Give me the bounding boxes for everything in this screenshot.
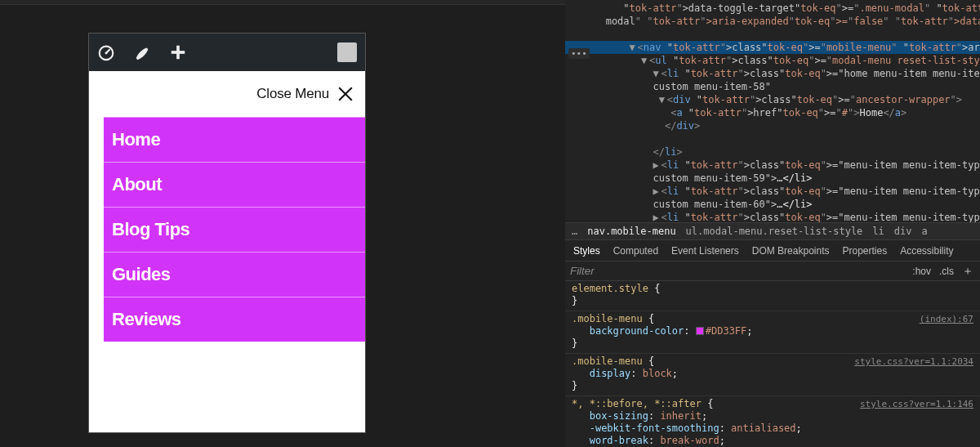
dom-node-line[interactable]: "tok-attr">data-toggle-target"tok-eq">="… bbox=[565, 2, 980, 15]
cls-toggle[interactable]: .cls bbox=[939, 266, 954, 277]
mobile-menu: Home About Blog Tips Guides Reviews bbox=[89, 117, 365, 342]
css-rule[interactable]: style.css?ver=1.1:146*, *::before, *::af… bbox=[565, 396, 980, 447]
customize-icon[interactable] bbox=[133, 43, 151, 61]
styles-panel[interactable]: element.style {}(index):67.mobile-menu {… bbox=[565, 281, 980, 447]
css-rule[interactable]: style.css?ver=1.1:2034.mobile-menu { dis… bbox=[565, 354, 980, 396]
close-menu-label: Close Menu bbox=[256, 86, 329, 102]
styles-filter-input[interactable] bbox=[570, 263, 907, 279]
preview-pane: Close Menu Home About Blog Tips Guides R… bbox=[0, 0, 565, 447]
rule-source-link[interactable]: style.css?ver=1.1:146 bbox=[860, 398, 973, 410]
dom-node-line[interactable]: custom menu-item-60">…</li> bbox=[565, 198, 980, 211]
breadcrumb-item[interactable]: … bbox=[572, 226, 577, 237]
dom-node-line[interactable]: </li> bbox=[565, 145, 980, 159]
dashboard-icon[interactable] bbox=[97, 43, 115, 61]
dom-node-line[interactable] bbox=[565, 28, 980, 41]
wp-admin-bar bbox=[89, 34, 365, 71]
preview-top-strip bbox=[0, 0, 565, 5]
hov-toggle[interactable]: :hov bbox=[912, 266, 931, 277]
dom-node-line[interactable]: ▼<nav "tok-attr">class"tok-eq">="mobile-… bbox=[565, 41, 980, 54]
dom-node-line[interactable]: ▶<li "tok-attr">class"tok-eq">="menu-ite… bbox=[565, 159, 980, 172]
tab-properties[interactable]: Properties bbox=[842, 245, 887, 257]
elements-panel[interactable]: ••• "tok-attr">data-toggle-target"tok-eq… bbox=[565, 0, 980, 222]
css-rule[interactable]: element.style {} bbox=[565, 281, 980, 311]
menu-link[interactable]: Guides bbox=[104, 253, 365, 297]
breadcrumb-item[interactable]: a bbox=[922, 226, 928, 237]
css-rule[interactable]: (index):67.mobile-menu { background-colo… bbox=[565, 311, 980, 354]
rule-source-link[interactable]: (index):67 bbox=[920, 313, 973, 325]
menu-item-reviews[interactable]: Reviews bbox=[104, 297, 365, 342]
new-style-rule-icon[interactable]: ＋ bbox=[962, 264, 973, 279]
dom-node-line[interactable]: ▼<li "tok-attr">class"tok-eq">="home men… bbox=[565, 67, 980, 80]
breadcrumb-item[interactable]: div bbox=[894, 226, 912, 237]
add-new-icon[interactable] bbox=[169, 43, 187, 61]
menu-item-guides[interactable]: Guides bbox=[104, 252, 365, 297]
dom-node-line[interactable]: <a "tok-attr">href"tok-eq">="#">Home</a> bbox=[565, 106, 980, 119]
avatar[interactable] bbox=[337, 42, 357, 62]
tab-accessibility[interactable]: Accessibility bbox=[900, 245, 953, 257]
dom-node-line[interactable]: ▶<li "tok-attr">class"tok-eq">="menu-ite… bbox=[565, 211, 980, 222]
dom-node-line[interactable]: </div> bbox=[565, 119, 980, 132]
devtools-pane: ••• "tok-attr">data-toggle-target"tok-eq… bbox=[565, 0, 980, 447]
tab-computed[interactable]: Computed bbox=[613, 245, 658, 257]
menu-link[interactable]: Home bbox=[104, 118, 365, 162]
menu-item-blog-tips[interactable]: Blog Tips bbox=[104, 207, 365, 252]
breadcrumb[interactable]: … nav.mobile-menu ul.modal-menu.reset-li… bbox=[565, 222, 980, 240]
tab-styles[interactable]: Styles bbox=[573, 245, 600, 257]
menu-item-home[interactable]: Home bbox=[104, 117, 365, 162]
close-menu-button[interactable]: Close Menu bbox=[89, 71, 365, 117]
menu-item-about[interactable]: About bbox=[104, 162, 365, 207]
tab-dom-breakpoints[interactable]: DOM Breakpoints bbox=[752, 245, 830, 257]
device-frame: Close Menu Home About Blog Tips Guides R… bbox=[88, 33, 366, 433]
menu-list: Home About Blog Tips Guides Reviews bbox=[104, 117, 365, 342]
dom-node-line[interactable]: ▼<ul "tok-attr">class"tok-eq">="modal-me… bbox=[565, 54, 980, 67]
close-icon bbox=[337, 86, 354, 102]
tab-event-listeners[interactable]: Event Listeners bbox=[671, 245, 739, 257]
menu-link[interactable]: Blog Tips bbox=[104, 208, 365, 252]
breadcrumb-item[interactable]: nav.mobile-menu bbox=[587, 226, 675, 237]
svg-point-2 bbox=[105, 51, 108, 54]
filter-row: :hov .cls ＋ bbox=[565, 261, 980, 281]
dom-node-line[interactable]: custom menu-item-59">…</li> bbox=[565, 172, 980, 185]
breadcrumb-item[interactable]: li bbox=[872, 226, 884, 237]
rule-source-link[interactable]: style.css?ver=1.1:2034 bbox=[854, 355, 973, 368]
color-swatch[interactable] bbox=[696, 327, 704, 335]
menu-link[interactable]: About bbox=[104, 163, 365, 207]
dom-node-line[interactable]: ▼<div "tok-attr">class"tok-eq">="ancesto… bbox=[565, 93, 980, 106]
dom-node-line[interactable]: ▶<li "tok-attr">class"tok-eq">="menu-ite… bbox=[565, 185, 980, 198]
svg-rect-4 bbox=[172, 51, 185, 54]
styles-tabs: Styles Computed Event Listeners DOM Brea… bbox=[565, 240, 980, 261]
dom-node-line[interactable]: modal" "tok-attr">aria-expanded"tok-eq">… bbox=[565, 15, 980, 28]
breadcrumb-item[interactable]: ul.modal-menu.reset-list-style bbox=[686, 226, 863, 237]
dom-node-line[interactable]: custom menu-item-58" bbox=[565, 80, 980, 93]
ellipsis-icon[interactable]: ••• bbox=[568, 48, 590, 59]
dom-node-line[interactable] bbox=[565, 132, 980, 145]
menu-link[interactable]: Reviews bbox=[104, 297, 365, 342]
